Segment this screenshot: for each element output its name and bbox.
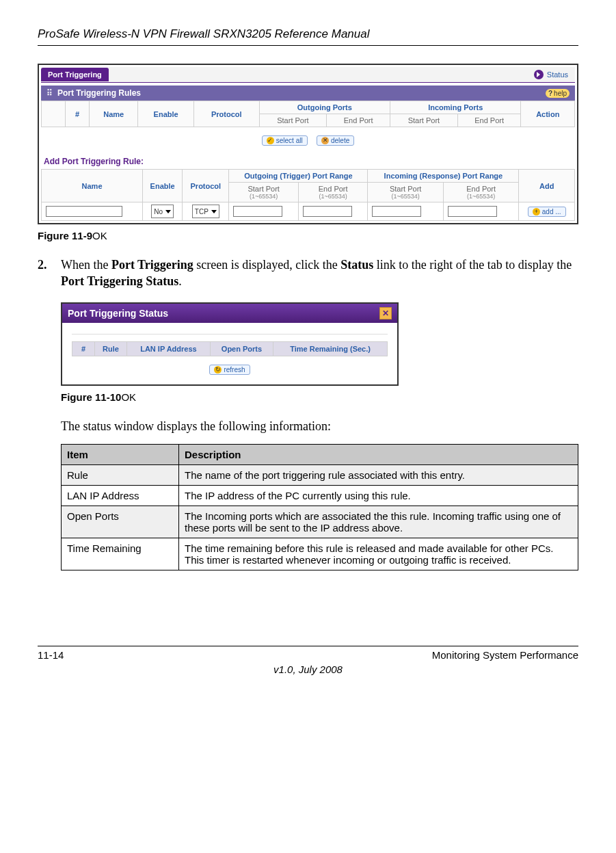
- add-col-protocol: Protocol: [183, 170, 229, 202]
- col-time: Time Remaining (Sec.): [273, 341, 388, 356]
- add-out-start-cell: [229, 202, 298, 221]
- add-col-in-range: Incoming (Response) Port Range: [368, 170, 519, 183]
- figure-11-9-caption: Figure 11-9OK: [38, 230, 578, 241]
- desc-text: The time remaining before this rule is r…: [179, 538, 578, 570]
- tab-port-triggering[interactable]: Port Triggering: [41, 68, 109, 81]
- caret-down-icon: [165, 210, 171, 213]
- status-link-label: Status: [547, 70, 568, 79]
- add-button-label: add ...: [542, 208, 561, 215]
- protocol-select[interactable]: TCP: [192, 205, 219, 218]
- desc-item: LAN IP Address: [62, 485, 179, 506]
- x-icon: ✕: [321, 137, 329, 144]
- step-number: 2.: [38, 257, 51, 290]
- rules-button-row: ✓ select all ✕ delete: [41, 127, 575, 151]
- out-end-input[interactable]: [303, 206, 352, 217]
- add-col-name: Name: [42, 170, 143, 202]
- desc-text: The name of the port triggering rule ass…: [179, 464, 578, 485]
- add-rule-table: Name Enable Protocol Outgoing (Trigger) …: [41, 169, 575, 221]
- rules-table: # Name Enable Protocol Outgoing Ports In…: [41, 101, 575, 127]
- col-out-start: Start Port: [259, 114, 327, 127]
- step-2: 2. When the Port Triggering screen is di…: [38, 257, 578, 290]
- add-col-out-range: Outgoing (Trigger) Port Range: [229, 170, 368, 183]
- page-number: 11-14: [38, 649, 64, 661]
- name-input[interactable]: [46, 206, 122, 217]
- grip-icon: ⠿: [46, 88, 53, 98]
- popup-title-bar: Port Triggering Status ✕: [62, 304, 397, 323]
- refresh-icon: ↻: [214, 366, 222, 373]
- in-start-input[interactable]: [372, 206, 421, 217]
- col-enable: Enable: [138, 101, 194, 127]
- add-col-add: Add: [519, 170, 575, 202]
- popup-title: Port Triggering Status: [68, 308, 168, 319]
- delete-button[interactable]: ✕ delete: [317, 135, 354, 146]
- rules-section-bar: ⠿ Port Triggering Rules help: [41, 86, 575, 101]
- col-blank: [42, 101, 66, 127]
- arrow-right-icon: [534, 70, 544, 79]
- divider: [72, 330, 388, 334]
- desc-text: The IP address of the PC currently using…: [179, 485, 578, 506]
- select-all-button[interactable]: ✓ select all: [262, 135, 308, 146]
- page-footer: 11-14 Monitoring System Performance v1.0…: [38, 646, 578, 675]
- section-name: Monitoring System Performance: [432, 649, 578, 661]
- col-protocol: Protocol: [193, 101, 259, 127]
- delete-label: delete: [331, 137, 349, 144]
- refresh-button[interactable]: ↻ refresh: [209, 365, 250, 375]
- col-incoming: Incoming Ports: [390, 101, 521, 114]
- col-in-end: End Port: [457, 114, 521, 127]
- add-proto-cell: TCP: [183, 202, 229, 221]
- col-ports: Open Ports: [210, 341, 273, 356]
- select-all-label: select all: [276, 137, 303, 144]
- col-in-start: Start Port: [390, 114, 458, 127]
- plus-icon: +: [533, 208, 540, 215]
- col-num: #: [66, 101, 90, 127]
- add-col-out-end: End Port(1~65534): [298, 183, 367, 202]
- out-start-input[interactable]: [233, 206, 282, 217]
- col-outgoing: Outgoing Ports: [259, 101, 390, 114]
- desc-item: Time Remaining: [62, 538, 179, 570]
- desc-head-item: Item: [62, 444, 179, 464]
- status-link[interactable]: Status: [534, 70, 575, 79]
- rules-section-title: Port Triggering Rules: [57, 88, 141, 98]
- add-name-cell: [42, 202, 143, 221]
- add-col-out-start: Start Port(1~65534): [229, 183, 298, 202]
- add-col-in-start: Start Port(1~65534): [368, 183, 444, 202]
- add-btn-cell: + add ...: [519, 202, 575, 221]
- add-rule-title: Add Port Triggering Rule:: [41, 151, 575, 169]
- help-button[interactable]: help: [546, 89, 570, 98]
- close-button[interactable]: ✕: [379, 307, 392, 319]
- tab-row: Port Triggering Status: [41, 67, 575, 83]
- add-enable-cell: No: [143, 202, 183, 221]
- in-end-input[interactable]: [448, 206, 497, 217]
- check-icon: ✓: [267, 137, 274, 144]
- desc-text: The Incoming ports which are associated …: [179, 506, 578, 538]
- desc-item: Rule: [62, 464, 179, 485]
- status-table: # Rule LAN IP Address Open Ports Time Re…: [72, 341, 388, 356]
- description-table: Item Description Rule The name of the po…: [61, 444, 578, 570]
- doc-version: v1.0, July 2008: [38, 664, 578, 675]
- add-col-in-end: End Port(1~65534): [443, 183, 519, 202]
- col-rule: Rule: [95, 341, 127, 356]
- col-out-end: End Port: [327, 114, 390, 127]
- figure-11-10-caption: Figure 11-10OK: [61, 391, 578, 403]
- caret-down-icon: [211, 210, 217, 213]
- col-name: Name: [90, 101, 138, 127]
- col-num: #: [72, 341, 95, 356]
- col-ip: LAN IP Address: [127, 341, 211, 356]
- port-triggering-screenshot: Port Triggering Status ⠿ Port Triggering…: [38, 64, 578, 224]
- doc-header-title: ProSafe Wireless-N VPN Firewall SRXN3205…: [38, 27, 578, 46]
- refresh-label: refresh: [224, 366, 245, 373]
- status-intro-text: The status window displays the following…: [61, 418, 578, 434]
- add-out-end-cell: [298, 202, 367, 221]
- add-in-end-cell: [443, 202, 519, 221]
- add-button[interactable]: + add ...: [528, 207, 566, 217]
- desc-head-desc: Description: [179, 444, 578, 464]
- add-in-start-cell: [368, 202, 444, 221]
- desc-item: Open Ports: [62, 506, 179, 538]
- enable-select[interactable]: No: [151, 205, 174, 218]
- status-popup-screenshot: Port Triggering Status ✕ # Rule LAN IP A…: [61, 302, 399, 386]
- refresh-row: ↻ refresh: [72, 356, 388, 375]
- step-text: When the Port Triggering screen is displ…: [61, 257, 578, 290]
- add-col-enable: Enable: [143, 170, 183, 202]
- col-action: Action: [521, 101, 575, 127]
